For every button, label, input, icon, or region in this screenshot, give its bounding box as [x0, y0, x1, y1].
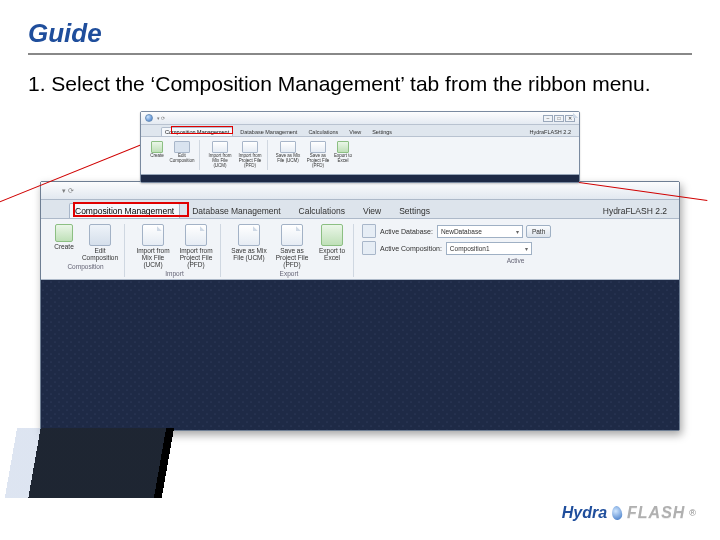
database-icon: [362, 224, 376, 238]
screenshot-container: ▾ ⟳ – □ ✕ Composition Management Databas…: [40, 111, 680, 421]
quick-access: ▾ ⟳: [157, 115, 165, 121]
tab-database-management[interactable]: Database Management: [236, 127, 301, 136]
export-excel-button[interactable]: Export to Excel: [334, 141, 352, 168]
import-pfd-button[interactable]: Import from Project File (PFD): [236, 141, 264, 168]
create-button[interactable]: Create: [51, 224, 77, 261]
edit-composition-button[interactable]: Edit Composition: [80, 224, 120, 261]
highlight-box-small: [171, 126, 233, 134]
app-orb-icon: [145, 114, 153, 122]
path-button[interactable]: Path: [526, 225, 551, 238]
group-label: Import: [133, 270, 216, 277]
content-small: [141, 174, 579, 182]
edit-composition-button[interactable]: Edit Composition: [168, 141, 196, 168]
import-pfd-button[interactable]: Import from Project File (PFD): [176, 224, 216, 268]
create-button[interactable]: Create: [148, 141, 166, 168]
tab-settings[interactable]: Settings: [368, 127, 396, 136]
droplet-icon: [611, 505, 623, 520]
decorative-wedge: [0, 428, 350, 498]
workspace-area: [41, 280, 679, 430]
ribbon-big: Create Edit Composition Composition Impo…: [41, 219, 679, 280]
tab-calculations[interactable]: Calculations: [293, 203, 351, 218]
active-composition-select[interactable]: Composition1: [446, 242, 532, 255]
brand-hydra: Hydra: [562, 504, 607, 522]
import-ucm-button[interactable]: Import from Mix File (UCM): [206, 141, 234, 168]
brand-logo: HydraFLASH®: [562, 504, 696, 522]
maximize-button[interactable]: □: [554, 115, 564, 122]
tab-database-management[interactable]: Database Management: [186, 203, 286, 218]
group-label: Export: [229, 270, 349, 277]
minimize-button[interactable]: –: [543, 115, 553, 122]
tab-calculations[interactable]: Calculations: [304, 127, 342, 136]
app-orb-icon: [46, 185, 57, 196]
save-mix-button[interactable]: Save as Mix File (UCM): [274, 141, 302, 168]
tab-hydraflash[interactable]: HydraFLASH 2.2: [525, 127, 575, 136]
tab-view[interactable]: View: [345, 127, 365, 136]
ribbon-small: Create Edit Composition Import from Mix …: [141, 137, 579, 173]
titlebar-big: ▾ ⟳: [41, 182, 679, 200]
app-window-zoomed: ▾ ⟳ Composition Management Database Mana…: [40, 181, 680, 431]
instruction-text: 1. Select the ‘Composition Management’ t…: [28, 71, 692, 97]
registered-icon: ®: [689, 508, 696, 518]
composition-icon: [362, 241, 376, 255]
save-project-button[interactable]: Save as Project File (PFD): [304, 141, 332, 168]
tab-view[interactable]: View: [357, 203, 387, 218]
page-title: Guide: [28, 18, 692, 55]
app-window-small: ▾ ⟳ – □ ✕ Composition Management Databas…: [140, 111, 580, 182]
group-label: Composition: [51, 263, 120, 270]
export-excel-button[interactable]: Export to Excel: [315, 224, 349, 268]
highlight-box-big: [73, 202, 189, 217]
active-database-label: Active Database:: [380, 228, 433, 235]
group-import: Import from Mix File (UCM) Import from P…: [129, 224, 221, 277]
group-label: Active: [362, 257, 669, 264]
import-ucm-button[interactable]: Import from Mix File (UCM): [133, 224, 173, 268]
brand-flash: FLASH: [627, 504, 685, 522]
active-composition-label: Active Composition:: [380, 245, 442, 252]
group-export: Save as Mix File (UCM) Save as Project F…: [225, 224, 354, 277]
tab-settings[interactable]: Settings: [393, 203, 436, 218]
active-database-select[interactable]: NewDatabase: [437, 225, 523, 238]
save-mix-button[interactable]: Save as Mix File (UCM): [229, 224, 269, 268]
save-project-button[interactable]: Save as Project File (PFD): [272, 224, 312, 268]
group-composition: Create Edit Composition Composition: [47, 224, 125, 277]
group-active: Active Database: NewDatabase Path Active…: [358, 224, 673, 277]
titlebar: ▾ ⟳ – □ ✕: [141, 112, 579, 125]
tab-hydraflash[interactable]: HydraFLASH 2.2: [597, 203, 673, 218]
